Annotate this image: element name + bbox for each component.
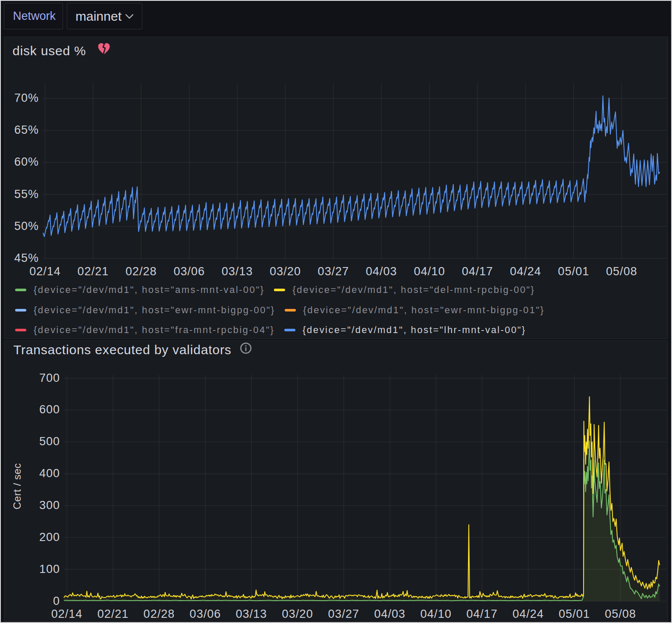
svg-text:02/28: 02/28 bbox=[126, 265, 157, 278]
svg-text:04/24: 04/24 bbox=[510, 265, 541, 278]
svg-text:04/03: 04/03 bbox=[374, 607, 405, 620]
svg-text:03/13: 03/13 bbox=[222, 265, 253, 278]
svg-text:45%: 45% bbox=[14, 252, 39, 264]
svg-text:03/20: 03/20 bbox=[270, 265, 301, 278]
svg-text:700: 700 bbox=[39, 371, 60, 384]
svg-text:03/06: 03/06 bbox=[190, 607, 221, 620]
svg-text:04/10: 04/10 bbox=[420, 607, 452, 620]
svg-text:Cert / sec: Cert / sec bbox=[11, 463, 23, 510]
svg-text:04/17: 04/17 bbox=[462, 265, 493, 278]
svg-text:03/20: 03/20 bbox=[282, 607, 314, 620]
svg-text:500: 500 bbox=[39, 435, 60, 448]
svg-text:200: 200 bbox=[39, 531, 60, 544]
svg-text:02/21: 02/21 bbox=[97, 607, 129, 620]
svg-text:70%: 70% bbox=[14, 91, 39, 104]
svg-text:03/27: 03/27 bbox=[328, 607, 360, 620]
svg-text:02/21: 02/21 bbox=[78, 265, 109, 278]
svg-text:02/14: 02/14 bbox=[29, 265, 61, 278]
svg-text:02/28: 02/28 bbox=[144, 607, 175, 620]
svg-text:04/10: 04/10 bbox=[414, 265, 445, 278]
svg-text:60%: 60% bbox=[14, 155, 39, 168]
svg-text:04/17: 04/17 bbox=[466, 607, 498, 620]
svg-text:05/08: 05/08 bbox=[605, 607, 636, 620]
svg-text:04/03: 04/03 bbox=[366, 265, 397, 278]
svg-text:300: 300 bbox=[39, 499, 60, 512]
svg-text:400: 400 bbox=[39, 467, 60, 480]
svg-text:05/08: 05/08 bbox=[606, 265, 637, 278]
svg-text:02/14: 02/14 bbox=[51, 607, 83, 620]
svg-text:03/13: 03/13 bbox=[236, 607, 267, 620]
svg-text:100: 100 bbox=[39, 563, 60, 576]
svg-text:55%: 55% bbox=[14, 188, 39, 201]
svg-text:600: 600 bbox=[39, 403, 60, 416]
svg-text:50%: 50% bbox=[14, 220, 39, 233]
svg-text:03/27: 03/27 bbox=[318, 265, 349, 278]
svg-text:04/24: 04/24 bbox=[512, 607, 544, 620]
svg-text:05/01: 05/01 bbox=[558, 265, 590, 278]
svg-text:65%: 65% bbox=[14, 123, 39, 136]
svg-text:0: 0 bbox=[53, 595, 60, 607]
svg-text:05/01: 05/01 bbox=[559, 607, 590, 620]
svg-text:03/06: 03/06 bbox=[173, 265, 205, 278]
